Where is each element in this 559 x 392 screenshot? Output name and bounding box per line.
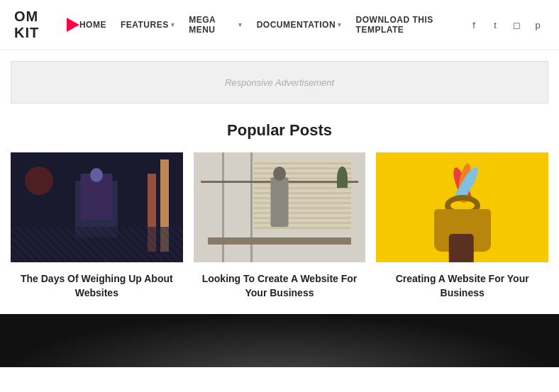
chevron-down-icon: ▾ (238, 21, 243, 28)
post-image-1 (11, 152, 183, 262)
header: OM KIT HOME FEATURES ▾ MEGA MENU ▾ DOCUM… (0, 0, 559, 50)
post-thumbnail-3 (376, 152, 548, 262)
nav-mega-menu[interactable]: MEGA MENU ▾ (189, 15, 242, 35)
chevron-down-icon: ▾ (171, 21, 175, 28)
section-title: Popular Posts (11, 121, 548, 140)
post-title-3: Creating A Website For Your Business (376, 272, 548, 300)
post-image-3 (376, 152, 548, 262)
nav-home[interactable]: HOME (79, 20, 106, 30)
ad-banner: Responsive Advertisement (11, 61, 548, 103)
chevron-down-icon: ▾ (338, 21, 342, 28)
instagram-icon[interactable]: ◻ (509, 18, 524, 32)
ad-text: Responsive Advertisement (225, 77, 334, 88)
popular-posts-section: Popular Posts The Days Of Weighing Up Ab… (0, 114, 559, 314)
logo-text: OM KIT (14, 9, 64, 41)
post-title-1: The Days Of Weighing Up About Websites (11, 272, 183, 300)
post-card-3[interactable]: Creating A Website For Your Business (376, 152, 548, 300)
facebook-icon[interactable]: f (467, 18, 481, 32)
posts-grid: The Days Of Weighing Up About Websites L… (11, 152, 548, 300)
logo[interactable]: OM KIT (14, 9, 79, 41)
post-card-2[interactable]: Looking To Create A Website For Your Bus… (194, 152, 366, 300)
nav-documentation[interactable]: DOCUMENTATION ▾ (257, 20, 342, 30)
post-card-1[interactable]: The Days Of Weighing Up About Websites (11, 152, 183, 300)
post-title-2: Looking To Create A Website For Your Bus… (194, 272, 366, 300)
footer-dark (0, 314, 559, 367)
main-nav: HOME FEATURES ▾ MEGA MENU ▾ DOCUMENTATIO… (79, 15, 467, 35)
post-thumbnail-2 (194, 152, 366, 262)
twitter-icon[interactable]: t (488, 18, 502, 32)
nav-download[interactable]: DOWNLOAD THIS TEMPLATE (356, 15, 467, 35)
post-thumbnail-1 (11, 152, 183, 262)
pinterest-icon[interactable]: p (531, 18, 545, 32)
logo-play-icon (67, 18, 79, 32)
social-icons: f t ◻ p (467, 18, 545, 32)
footer-overlay (0, 314, 559, 367)
nav-features[interactable]: FEATURES ▾ (121, 20, 175, 30)
post-image-2 (194, 152, 366, 262)
